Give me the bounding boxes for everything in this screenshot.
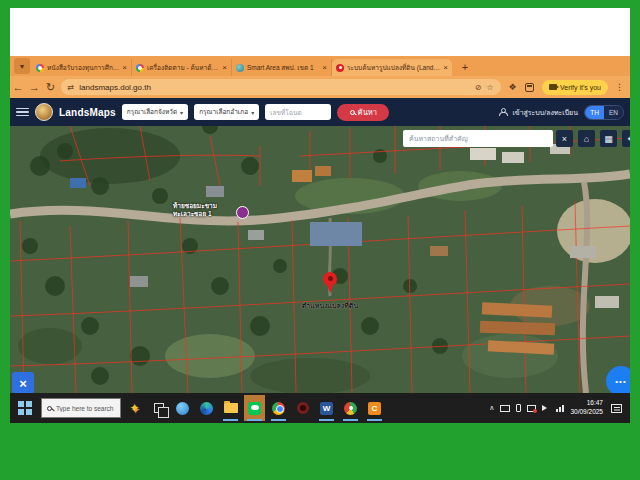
map-grid-button[interactable]: ▦	[600, 130, 617, 147]
tray-chevron-icon[interactable]: ∧	[489, 404, 494, 412]
district-select[interactable]: กรุณาเลือกอำเภอ ▾	[194, 104, 259, 120]
widgets-icon[interactable]	[172, 395, 193, 421]
close-tab-icon[interactable]: ×	[443, 63, 448, 72]
reload-icon[interactable]: ↻	[42, 81, 58, 94]
language-toggle: TH EN	[584, 105, 624, 120]
tab-title: หนังสือรับรองทุนการศึกษา - ค้นห...	[47, 63, 119, 73]
province-select-label: กรุณาเลือกจังหวัด	[127, 107, 177, 117]
tab-search-button[interactable]: ▾	[14, 58, 30, 74]
bookmark-star-icon[interactable]: ☆	[486, 83, 493, 92]
deed-number-input[interactable]	[265, 104, 331, 120]
chevron-down-icon: ▾	[251, 109, 254, 116]
map-search-input[interactable]	[403, 130, 553, 147]
road-label-line2: ทะเลาะซอย 1	[173, 210, 217, 218]
word-icon[interactable]: W	[316, 395, 337, 421]
close-tab-icon[interactable]: ×	[122, 63, 127, 72]
parcel-marker-pin-icon	[323, 272, 337, 286]
tab-strip: ▾ หนังสือรับรองทุนการศึกษา - ค้นห... × เ…	[10, 56, 630, 76]
tab-landsmaps-active[interactable]: ระบบค้นหารูปแปลงที่ดิน (LandsMa... ×	[332, 59, 452, 76]
road-name-label: ท้ายซอยมะขาม ทะเลาะซอย 1	[173, 202, 217, 218]
tab-title: เครื่องติดตาม - ค้นหาด้วย Google	[147, 63, 219, 73]
tab-title: ระบบค้นหารูปแปลงที่ดิน (LandsMa...	[347, 63, 440, 73]
address-bar: ← → ↻ ⇄ landsmaps.dol.go.th ⊘ ☆ ❖ Verify…	[10, 76, 630, 98]
login-register-link[interactable]: เข้าสู่ระบบ/ลงทะเบียน	[512, 107, 578, 118]
satellite-imagery	[10, 126, 630, 393]
task-view-icon[interactable]	[148, 395, 169, 421]
search-icon	[350, 110, 355, 115]
volume-muted-icon[interactable]	[542, 405, 550, 411]
user-icon	[498, 108, 506, 116]
network-signal-icon[interactable]	[556, 405, 564, 412]
menu-hamburger-icon[interactable]	[16, 108, 29, 117]
road-label-line1: ท้ายซอยมะขาม	[173, 202, 217, 210]
omnibox[interactable]: ⇄ landsmaps.dol.go.th ⊘ ☆	[61, 79, 501, 95]
display-icon[interactable]	[500, 405, 510, 412]
dol-logo	[35, 103, 53, 121]
chat-fab-button[interactable]: •••	[606, 366, 630, 393]
lang-en-button[interactable]: EN	[604, 106, 623, 119]
url-text[interactable]: landsmaps.dol.go.th	[79, 83, 469, 92]
windows-taskbar: ✦ W C ∧ 16:47 30/09/2025	[10, 393, 630, 423]
parcel-marker-label: ตำแหน่งแปลงที่ดิน	[283, 300, 377, 311]
map-pin-favicon-icon	[336, 64, 344, 72]
taskbar-clock[interactable]: 16:47 30/09/2025	[570, 399, 603, 417]
back-icon[interactable]: ←	[10, 81, 26, 93]
clock-time: 16:47	[570, 399, 603, 408]
cortana-sparkle-icon[interactable]: ✦	[124, 395, 145, 421]
extensions-puzzle-icon[interactable]: ❖	[509, 82, 517, 92]
search-button-label: ค้นหา	[358, 106, 377, 118]
search-icon	[47, 406, 52, 411]
chevron-down-icon: ▾	[20, 62, 24, 71]
screen-alert-icon[interactable]	[527, 405, 536, 412]
map-search-close-button[interactable]: ×	[556, 130, 573, 147]
close-tab-icon[interactable]: ×	[322, 63, 327, 72]
globe-favicon-icon	[236, 64, 244, 72]
camera-icon	[549, 84, 557, 90]
verify-its-you-button[interactable]: Verify it's you	[542, 80, 608, 95]
tab-tracker-search[interactable]: เครื่องติดตาม - ค้นหาด้วย Google ×	[132, 59, 232, 76]
site-info-icon[interactable]: ⇄	[68, 83, 75, 92]
line-app-icon[interactable]	[244, 395, 265, 421]
chevron-down-icon: ▾	[180, 109, 183, 116]
profile-icon[interactable]	[525, 83, 534, 92]
start-button-icon[interactable]	[18, 401, 32, 415]
file-explorer-icon[interactable]	[220, 395, 241, 421]
system-tray: ∧	[489, 404, 564, 412]
map-tool-button[interactable]: ×	[12, 372, 34, 393]
desktop-background-strip	[10, 8, 630, 56]
province-select[interactable]: กรุณาเลือกจังหวัด ▾	[122, 104, 188, 120]
edge-icon[interactable]	[196, 395, 217, 421]
verify-label: Verify it's you	[560, 84, 601, 91]
tab-scholarship[interactable]: หนังสือรับรองทุนการศึกษา - ค้นห... ×	[32, 59, 132, 76]
map-home-button[interactable]: ⌂	[578, 130, 595, 147]
map-layers-button[interactable]: ❖	[622, 130, 630, 147]
browser-menu-icon[interactable]: ⋮	[615, 82, 624, 92]
district-select-label: กรุณาเลือกอำเภอ	[199, 107, 248, 117]
c-app-icon[interactable]: C	[364, 395, 385, 421]
notifications-blocked-icon[interactable]: ⊘	[475, 83, 482, 92]
google-favicon-icon	[136, 64, 144, 72]
google-favicon-icon	[36, 64, 44, 72]
map-canvas[interactable]: × ⌂ ▦ ❖ ท้ายซอยมะขาม ทะเลาะซอย 1 ตำแหน่ง…	[10, 126, 630, 393]
usb-device-icon[interactable]	[516, 404, 521, 412]
forward-icon[interactable]: →	[26, 81, 42, 93]
new-tab-button[interactable]: +	[458, 60, 472, 74]
landsmaps-navbar: LandsMaps กรุณาเลือกจังหวัด ▾ กรุณาเลือก…	[10, 98, 630, 126]
browser-window: ▾ หนังสือรับรองทุนการศึกษา - ค้นห... × เ…	[10, 56, 630, 423]
recorder-app-icon[interactable]	[292, 395, 313, 421]
search-button[interactable]: ค้นหา	[337, 104, 389, 121]
tab-smart-area[interactable]: Smart Area สพป. เขต 1 ×	[232, 59, 332, 76]
taskbar-search-input[interactable]	[56, 405, 118, 412]
chrome-icon[interactable]	[268, 395, 289, 421]
taskbar-search-box[interactable]	[41, 398, 121, 418]
tab-title: Smart Area สพป. เขต 1	[247, 63, 319, 73]
maps-app-icon[interactable]	[340, 395, 361, 421]
close-tab-icon[interactable]: ×	[222, 63, 227, 72]
route-shield-icon	[236, 206, 249, 219]
clock-date: 30/09/2025	[570, 408, 603, 417]
action-center-icon[interactable]	[611, 404, 622, 413]
brand-title: LandsMaps	[59, 107, 116, 118]
lang-th-button[interactable]: TH	[585, 106, 604, 119]
